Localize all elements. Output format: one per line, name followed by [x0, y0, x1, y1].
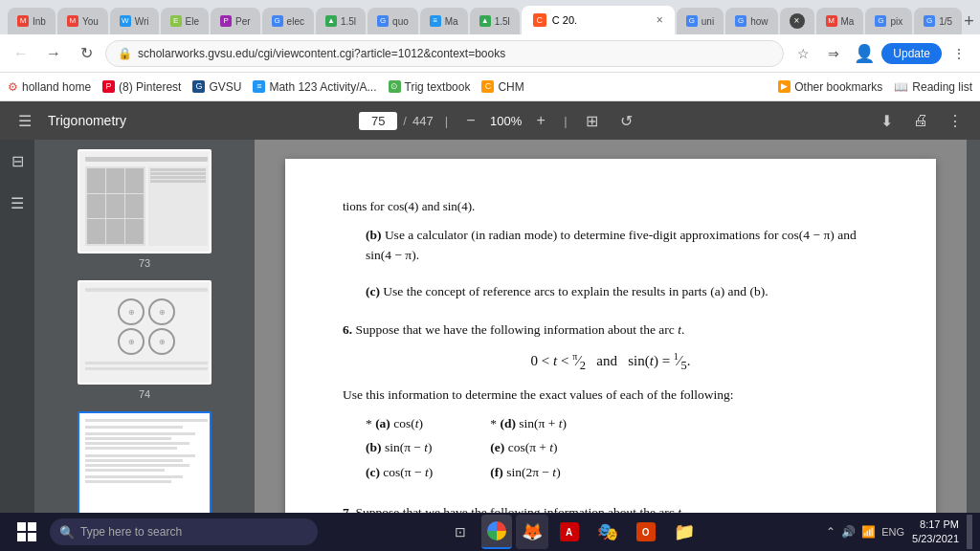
star-btn[interactable]: ☆	[790, 40, 816, 67]
tab-ele[interactable]: E Ele	[161, 8, 209, 34]
tab-g1/5[interactable]: G 1/5	[914, 8, 962, 34]
thumbnail-73[interactable]: 73	[78, 149, 212, 269]
right-scrollbar[interactable]	[967, 140, 980, 513]
start-btn[interactable]	[8, 517, 46, 547]
taskbar-app-btn1[interactable]: 🎭	[590, 515, 625, 549]
taskbar-task-view[interactable]: ⊡	[443, 515, 478, 549]
pdf-body: ⊟ ☰	[0, 140, 980, 513]
tab-15l1[interactable]: ▲ 1.5l	[316, 8, 366, 34]
thumbnail-74[interactable]: ⊕ ⊕ ⊕ ⊕ 74	[78, 280, 212, 400]
more-options-btn[interactable]: ⋮	[942, 107, 969, 134]
taskbar-chrome-app[interactable]	[481, 515, 512, 549]
sidebar-icon-bookmarks[interactable]: ☰	[4, 189, 31, 216]
taskbar-app-btn2[interactable]: O	[629, 515, 663, 549]
problem-6-items: * (a) cos(t) (b) sin(π − t) (c) cos(π − …	[366, 413, 879, 483]
forward-btn[interactable]: →	[40, 40, 67, 67]
bookmark-label: Trig textbook	[405, 80, 471, 94]
tab-favicon: G	[377, 15, 389, 27]
separator-pipe2: |	[564, 114, 567, 128]
thumbnail-75[interactable]: 75	[78, 411, 212, 513]
tab-ma[interactable]: ≡ Ma	[420, 8, 468, 34]
problem-6-section: 6. Suppose that we have the following in…	[343, 320, 879, 483]
bookmark-label: GVSU	[209, 80, 241, 94]
tab-gquo[interactable]: G quo	[368, 8, 418, 34]
fit-page-btn[interactable]: ⊞	[579, 107, 606, 134]
problem-6-col-right: * (d) sin(π + t) (e) cos(π + t) (f) sin(…	[490, 413, 567, 483]
thumb-num-74: 74	[139, 388, 150, 400]
tab-ghow[interactable]: G how	[725, 8, 777, 34]
taskbar-firefox-app[interactable]: 🦊	[516, 515, 548, 549]
folder-icon: 📁	[674, 521, 695, 542]
tab-15l2[interactable]: ▲ 1.5l	[470, 8, 520, 34]
new-tab-btn[interactable]: +	[964, 8, 974, 34]
taskbar-center: ⊡ 🦊 A 🎭 O 📁	[322, 515, 822, 549]
print-btn[interactable]: 🖨	[907, 107, 934, 134]
tab-mapi[interactable]: M Ma	[816, 8, 864, 34]
download-btn[interactable]: ⬇	[873, 107, 900, 134]
send-tab-btn[interactable]: ⇒	[820, 40, 847, 67]
p6-item-e: (e) cos(π + t)	[490, 437, 567, 458]
volume-icon[interactable]: 📶	[861, 525, 876, 539]
thumb-image-74: ⊕ ⊕ ⊕ ⊕	[78, 280, 212, 385]
bookmarks-right: ▶ Other bookmarks 📖 Reading list	[778, 80, 972, 94]
bookmark-pinterest[interactable]: P (8) Pinterest	[102, 80, 181, 94]
p6-item-c: (c) cos(π − t)	[366, 462, 433, 483]
zoom-out-btn[interactable]: −	[459, 109, 482, 132]
zoom-in-btn[interactable]: +	[529, 109, 552, 132]
problem-6-use-text: Use this information to determine the ex…	[343, 385, 879, 406]
url-text: scholarworks.gvsu.edu/cgi/viewcontent.cg…	[138, 47, 771, 60]
taskbar-adobe-btn[interactable]: A	[552, 515, 587, 549]
tab-gpix[interactable]: G pix	[865, 8, 912, 34]
bookmark-other[interactable]: ▶ Other bookmarks	[778, 80, 882, 94]
network-icon[interactable]: 🔊	[841, 525, 856, 539]
bookmark-trig[interactable]: ⊙ Trig textbook	[389, 80, 471, 94]
tab-c20-active[interactable]: C C 20. ×	[522, 6, 675, 34]
bookmark-gvsu[interactable]: G GVSU	[192, 80, 241, 94]
bookmark-math123[interactable]: ≡ Math 123 Activity/A...	[253, 80, 376, 94]
rotate-btn[interactable]: ↺	[613, 107, 640, 134]
reload-btn[interactable]: ↻	[73, 40, 100, 67]
tab-per[interactable]: P Per	[211, 8, 260, 34]
bookmark-label: holland home	[22, 80, 91, 94]
problem-c-text: (c) Use the concept of reference arcs to…	[366, 281, 879, 302]
zoom-value: 100%	[490, 114, 522, 128]
profile-btn[interactable]: 👤	[851, 40, 878, 67]
minimize-btn[interactable]: –	[976, 8, 980, 34]
tab-label: 1.5l	[341, 16, 356, 27]
menu-btn[interactable]: ⋮	[946, 40, 972, 67]
address-bar[interactable]: 🔒 scholarworks.gvsu.edu/cgi/viewcontent.…	[105, 40, 784, 67]
tab-favicon: M	[17, 15, 29, 27]
update-btn[interactable]: Update	[881, 43, 942, 64]
tab-gmail2[interactable]: M You	[57, 8, 108, 34]
separator-pipe: |	[445, 114, 448, 128]
bookmark-reading[interactable]: 📖 Reading list	[894, 80, 972, 94]
pdf-main[interactable]: tions for cos(4) and sin(4). (b) Use a c…	[255, 140, 967, 513]
sidebar-icon-layers[interactable]: ⊟	[4, 147, 31, 174]
tab-title-active: C 20.	[552, 14, 651, 26]
taskbar-search-bar[interactable]: 🔍 Type here to search	[50, 518, 318, 545]
bookmark-holland-home[interactable]: ⚙ holland home	[8, 80, 91, 94]
toolbar-actions: ☆ ⇒ 👤 Update ⋮	[790, 40, 972, 67]
sidebar-toggle-btn[interactable]: ☰	[11, 107, 38, 134]
tab-label: 1/5	[939, 16, 952, 27]
p6-item-a: * (a) cos(t)	[366, 413, 433, 434]
chevron-up-icon[interactable]: ⌃	[826, 525, 835, 539]
tab-guni[interactable]: G uni	[677, 8, 724, 34]
bookmark-chm[interactable]: C CHM	[481, 80, 523, 94]
show-desktop-btn[interactable]	[967, 515, 972, 549]
tab-wri[interactable]: W Wri	[110, 8, 159, 34]
bookmark-favicon: G	[192, 80, 205, 93]
lock-icon: 🔒	[118, 47, 132, 60]
tab-favicon: G	[875, 15, 886, 27]
page-number-input[interactable]	[359, 112, 397, 130]
tab-x-close[interactable]: ×	[780, 8, 814, 34]
tab-close-btn[interactable]: ×	[657, 13, 663, 27]
taskbar-folder-btn[interactable]: 📁	[667, 515, 702, 549]
tab-label: pix	[890, 16, 902, 27]
tab-gelec[interactable]: G elec	[262, 8, 314, 34]
lang-label: ENG	[881, 526, 904, 538]
tab-gmail1[interactable]: M Inb	[8, 8, 56, 34]
back-btn[interactable]: ←	[8, 40, 34, 67]
time-display[interactable]: 8:17 PM 5/23/2021	[912, 518, 959, 547]
bookmark-label: CHM	[498, 80, 523, 94]
